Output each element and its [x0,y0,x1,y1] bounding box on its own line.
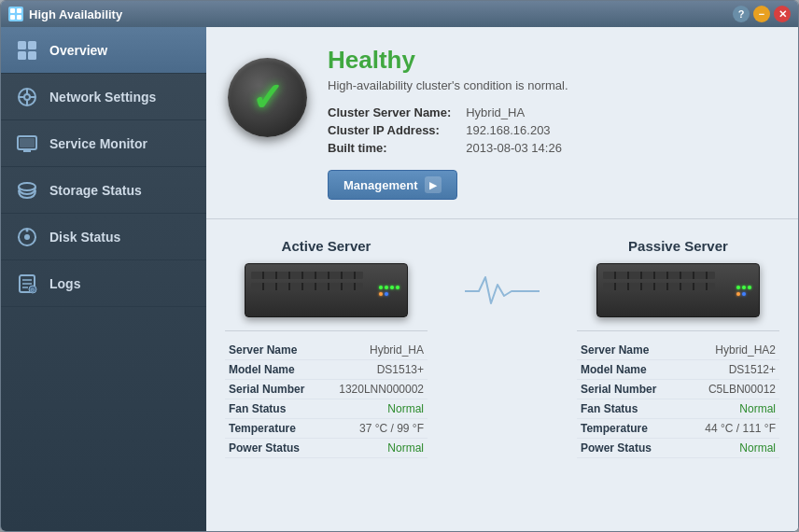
led-5 [379,292,383,296]
sidebar-storage-label: Storage Status [49,183,142,198]
led-6 [385,292,388,296]
svg-rect-4 [18,41,26,49]
cluster-ip-value: 192.168.16.203 [466,123,770,137]
p-led-5 [742,292,746,296]
active-server-info: Server Name Hybrid_HA Model Name DS1513+… [225,330,428,458]
sidebar-service-label: Service Monitor [49,136,147,151]
cluster-ip-label: Cluster IP Address: [328,123,451,137]
active-server-leds [379,286,400,296]
heartbeat-icon [465,268,540,315]
svg-rect-2 [10,15,15,20]
built-time-label: Built time: [328,141,451,155]
svg-point-18 [19,183,35,190]
active-row-1: Model Name DS1513+ [225,360,428,380]
sidebar: Overview Network Settings [1,27,206,531]
status-panel: Healthy High-availability cluster's cond… [206,27,798,219]
passive-row-2: Serial Number C5LBN00012 [577,380,779,399]
sidebar-item-storage-status[interactable]: Storage Status [1,167,206,214]
passive-server-block: Passive Server [577,238,779,512]
window-title: High Availability [29,7,733,21]
cluster-name-label: Cluster Server Name: [328,105,451,119]
management-arrow-icon: ▶ [425,176,442,193]
sidebar-overview-label: Overview [49,43,107,58]
led-3 [390,286,394,289]
active-server-image [245,263,408,317]
active-row-3: Fan Status Normal [225,399,428,419]
window-controls: ? − ✕ [733,6,791,22]
sidebar-disk-label: Disk Status [49,230,120,245]
status-icon-container [225,55,309,139]
sidebar-item-disk-status[interactable]: Disk Status [1,214,206,260]
sidebar-item-overview[interactable]: Overview [1,27,206,74]
passive-server-title: Passive Server [628,238,728,254]
sidebar-item-network-settings[interactable]: Network Settings [1,74,206,120]
cluster-info-grid: Cluster Server Name: Hybrid_HA Cluster I… [328,105,770,155]
servers-panel: Active Server [206,219,798,531]
health-checkmark [228,58,307,137]
svg-rect-0 [10,8,15,13]
p-led-2 [742,286,746,289]
active-row-2: Serial Number 1320LNN000002 [225,380,428,399]
close-button[interactable]: ✕ [774,6,791,22]
passive-row-5: Power Status Normal [577,439,779,458]
sidebar-logs-label: Logs [49,276,80,291]
active-row-0: Server Name Hybrid_HA [225,341,428,360]
passive-server-image [596,263,760,317]
active-row-5: Power Status Normal [225,439,428,458]
svg-rect-3 [17,15,21,20]
built-time-value: 2013-08-03 14:26 [466,141,770,155]
health-description: High-availability cluster's condition is… [328,78,770,92]
svg-point-9 [24,94,30,100]
health-status: Healthy [328,46,770,75]
passive-server-info: Server Name Hybrid_HA2 Model Name DS1512… [577,330,779,458]
p-led-1 [736,286,740,289]
led-4 [396,286,400,289]
main-content: Healthy High-availability cluster's cond… [206,27,798,531]
connection-visual [465,238,540,512]
window-body: Overview Network Settings [1,27,798,531]
led-2 [385,286,388,289]
svg-rect-15 [20,138,35,147]
management-label: Management [343,178,417,192]
overview-icon [16,39,38,62]
main-window: High Availability ? − ✕ Overview [0,0,799,532]
help-button[interactable]: ? [733,6,750,22]
sidebar-item-service-monitor[interactable]: Service Monitor [1,120,206,167]
management-button[interactable]: Management ▶ [328,170,457,200]
svg-text:⚙: ⚙ [30,287,35,293]
sidebar-item-logs[interactable]: ⚙ Logs [1,260,206,307]
svg-point-20 [24,234,30,240]
app-icon [8,7,23,21]
svg-rect-7 [28,51,36,60]
sidebar-network-label: Network Settings [49,90,156,105]
storage-status-icon [16,179,38,202]
logs-icon: ⚙ [16,273,38,295]
active-server-block: Active Server [225,238,428,512]
passive-row-1: Model Name DS1512+ [577,360,779,380]
passive-row-0: Server Name Hybrid_HA2 [577,341,779,360]
svg-rect-5 [28,41,36,49]
p-led-3 [748,286,751,289]
active-row-4: Temperature 37 °C / 99 °F [225,419,428,439]
service-monitor-icon [16,133,38,155]
passive-server-leds [736,286,751,296]
network-settings-icon [16,86,38,108]
passive-row-4: Temperature 44 °C / 111 °F [577,419,779,439]
p-led-4 [736,292,740,296]
svg-rect-1 [17,8,21,13]
led-1 [379,286,383,289]
svg-rect-6 [18,51,26,60]
status-info: Healthy High-availability cluster's cond… [328,46,770,200]
passive-row-3: Fan Status Normal [577,399,779,419]
cluster-name-value: Hybrid_HA [466,105,770,119]
active-server-title: Active Server [282,238,371,254]
minimize-button[interactable]: − [753,6,770,22]
titlebar: High Availability ? − ✕ [1,1,798,27]
disk-status-icon [16,226,38,248]
svg-point-21 [26,229,29,231]
